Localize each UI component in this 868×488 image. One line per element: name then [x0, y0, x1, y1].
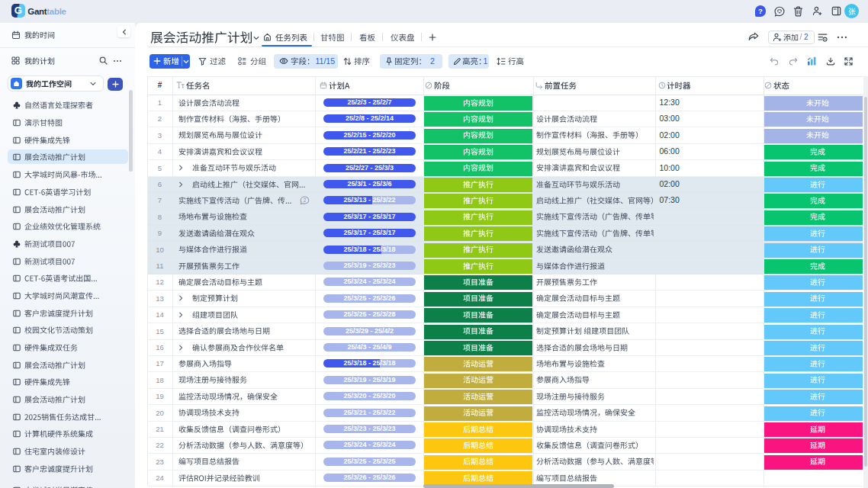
svg-text:2: 2	[304, 197, 307, 203]
